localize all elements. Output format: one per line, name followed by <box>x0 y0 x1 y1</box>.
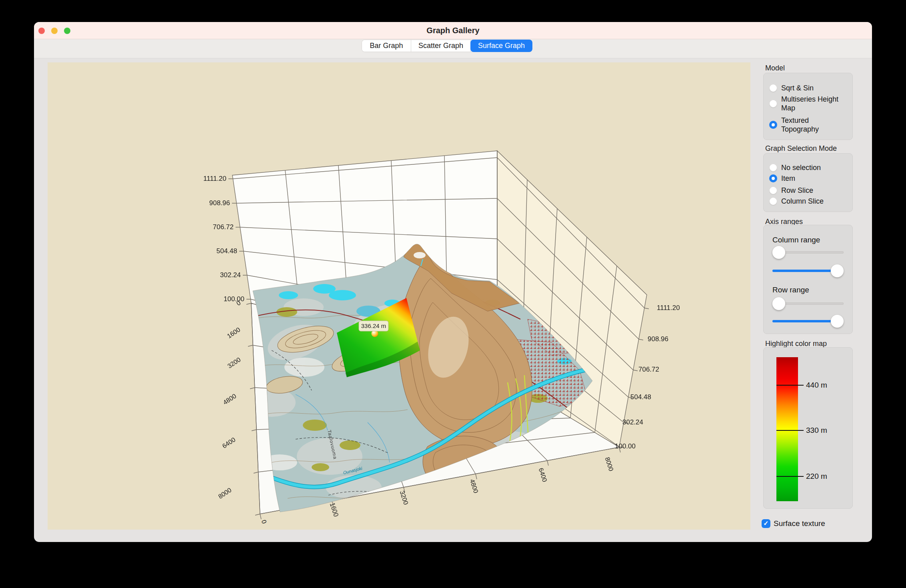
svg-text:706.72: 706.72 <box>638 366 659 373</box>
surface-graph-canvas[interactable]: Taalovuoma Ounasjoki 336.24 m 1111.20 90… <box>48 62 750 530</box>
surface-texture-checkbox-row[interactable]: ✓ Surface texture <box>762 519 825 528</box>
colormap-group-box: 440 m 330 m 220 m <box>763 347 853 509</box>
checkbox-checked-icon[interactable]: ✓ <box>762 519 770 528</box>
slider-thumb[interactable] <box>772 246 785 259</box>
row-range-max-slider[interactable] <box>772 315 844 328</box>
svg-text:504.48: 504.48 <box>630 393 651 401</box>
colormap-tick-label: 220 m <box>806 472 827 481</box>
colormap-tick-line <box>776 385 804 386</box>
svg-text:1111.20: 1111.20 <box>657 304 680 312</box>
colormap-tick-line <box>776 476 804 477</box>
colormap-group-title: Highlight color map <box>765 340 827 348</box>
radio-multiseries-height-map[interactable]: Multiseries Height Map <box>769 95 845 112</box>
radio-row-slice[interactable]: Row Slice <box>769 186 845 195</box>
radio-item[interactable]: Item <box>769 174 845 183</box>
colormap-tick-line <box>776 430 804 431</box>
model-group-title: Model <box>765 64 785 72</box>
column-range-min-slider[interactable] <box>772 246 844 259</box>
tab-segmented-control: Bar Graph Scatter Graph Surface Graph <box>362 40 532 52</box>
slider-thumb[interactable] <box>831 315 844 328</box>
model-group-box: Sqrt & Sin Multiseries Height Map Textur… <box>763 73 853 140</box>
svg-text:908.96: 908.96 <box>648 335 668 343</box>
slider-thumb[interactable] <box>772 297 785 310</box>
row-range-label: Row range <box>772 286 809 294</box>
row-range-min-slider[interactable] <box>772 297 844 310</box>
radio-sqrt-sin[interactable]: Sqrt & Sin <box>769 84 845 92</box>
colormap-tick-label: 440 m <box>806 381 827 390</box>
svg-text:706.72: 706.72 <box>213 223 234 231</box>
titlebar: Graph Gallery <box>34 22 872 39</box>
axis-ranges-group-box: Column range Row range <box>763 225 853 334</box>
svg-text:100.00: 100.00 <box>224 295 244 303</box>
colormap-tick-label: 330 m <box>806 426 827 435</box>
radio-column-slice[interactable]: Column Slice <box>769 197 845 206</box>
colormap-gradient-bar <box>776 357 798 501</box>
slider-fill <box>772 270 838 272</box>
tab-scatter-graph[interactable]: Scatter Graph <box>411 40 471 52</box>
radio-icon <box>769 84 777 92</box>
app-window: Graph Gallery Bar Graph Scatter Graph Su… <box>34 22 872 542</box>
surface-texture-label: Surface texture <box>774 519 825 528</box>
svg-text:908.96: 908.96 <box>209 199 230 207</box>
column-range-max-slider[interactable] <box>772 264 844 277</box>
svg-text:504.48: 504.48 <box>216 247 237 255</box>
radio-icon <box>769 197 777 205</box>
radio-icon <box>769 164 777 172</box>
svg-text:1111.20: 1111.20 <box>203 175 226 182</box>
radio-textured-topography[interactable]: Textured Topography <box>769 116 845 134</box>
surface-graph-svg: Taalovuoma Ounasjoki 336.24 m 1111.20 90… <box>48 62 750 530</box>
tab-bar-graph[interactable]: Bar Graph <box>362 40 411 52</box>
radio-icon-selected <box>769 174 777 182</box>
radio-icon <box>769 100 777 108</box>
svg-text:302.24: 302.24 <box>220 271 241 279</box>
tab-surface-graph[interactable]: Surface Graph <box>471 40 532 52</box>
column-range-label: Column range <box>772 236 820 244</box>
tab-bar: Bar Graph Scatter Graph Surface Graph <box>34 39 872 58</box>
svg-text:302.24: 302.24 <box>622 418 643 426</box>
selection-tooltip-value: 336.24 m <box>361 322 386 329</box>
radio-icon <box>769 186 777 194</box>
svg-text:100.00: 100.00 <box>615 442 636 450</box>
selection-tooltip: 336.24 m <box>359 321 388 331</box>
slider-thumb[interactable] <box>831 264 844 277</box>
slider-fill <box>772 320 838 322</box>
selection-mode-group-box: No selection Item Row Slice Column Slice <box>763 153 853 212</box>
radio-icon-selected <box>769 121 777 129</box>
radio-no-selection[interactable]: No selection <box>769 163 845 172</box>
window-title: Graph Gallery <box>34 22 872 39</box>
selection-mode-group-title: Graph Selection Mode <box>765 144 837 153</box>
